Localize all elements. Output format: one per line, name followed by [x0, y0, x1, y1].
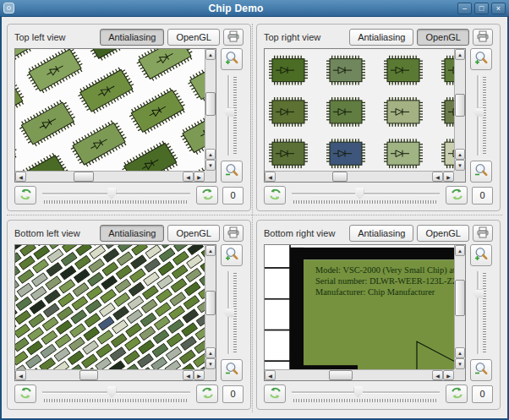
rotate-slider-handle[interactable] — [107, 188, 117, 199]
graphics-view[interactable]: ▲ ▲ ▼ ◀ ◀ ▶ — [264, 48, 466, 183]
rotate-slider-handle[interactable] — [355, 188, 364, 199]
close-button[interactable]: × — [491, 3, 506, 14]
titlebar[interactable]: Chip Demo – □ × — [0, 0, 509, 17]
print-button[interactable] — [473, 225, 493, 242]
scroll-up-button[interactable]: ▲ — [455, 49, 465, 60]
horizontal-scrollbar-thumb[interactable] — [74, 172, 94, 182]
rotate-left-button[interactable] — [14, 186, 36, 205]
scroll-left-button[interactable]: ◀ — [432, 370, 443, 380]
zoom-slider-handle[interactable] — [473, 289, 484, 298]
rotate-right-button[interactable] — [446, 186, 468, 205]
scroll-left-button[interactable]: ◀ — [432, 172, 443, 182]
graphics-view[interactable]: Model: VSC-2000 (Very Small Chip) at 9Se… — [264, 244, 466, 381]
antialiasing-button[interactable]: Antialiasing — [349, 225, 413, 242]
scroll-down-button[interactable]: ▼ — [455, 160, 465, 171]
antialiasing-button[interactable]: Antialiasing — [100, 225, 164, 242]
rotate-slider-handle[interactable] — [353, 386, 363, 398]
vertical-scrollbar-thumb[interactable] — [205, 92, 216, 116]
horizontal-scrollbar[interactable]: ◀ ◀ ▶ — [265, 171, 454, 182]
scroll-down-button[interactable]: ▼ — [455, 358, 465, 369]
scroll-left-button[interactable]: ◀ — [15, 370, 26, 380]
rotate-slider[interactable] — [41, 385, 192, 403]
opengl-button[interactable]: OpenGL — [417, 225, 469, 242]
chip-scene-canvas[interactable]: Model: VSC-2000 (Very Small Chip) at 9Se… — [265, 245, 454, 369]
vertical-scrollbar[interactable]: ▲ ▲ ▼ — [454, 245, 465, 369]
scroll-left-button[interactable]: ◀ — [15, 172, 26, 182]
rotate-slider[interactable] — [41, 186, 192, 205]
rotate-right-button[interactable] — [196, 385, 218, 403]
zoom-in-button[interactable] — [221, 244, 243, 266]
scroll-up-button[interactable]: ▲ — [205, 149, 216, 160]
zoom-out-button[interactable] — [470, 359, 492, 381]
rotate-left-button[interactable] — [14, 385, 36, 403]
scroll-right-button[interactable]: ▶ — [194, 172, 205, 182]
minimize-button[interactable]: – — [457, 3, 472, 14]
vertical-scrollbar-thumb[interactable] — [205, 291, 216, 315]
scroll-up-button[interactable]: ▲ — [455, 149, 465, 160]
zoom-in-button[interactable] — [470, 244, 492, 266]
chip-scene-canvas[interactable] — [15, 245, 205, 369]
scroll-down-button[interactable]: ▼ — [205, 160, 216, 171]
scroll-left-button[interactable]: ◀ — [183, 370, 194, 380]
opengl-button[interactable]: OpenGL — [167, 29, 220, 46]
scroll-right-button[interactable]: ▶ — [443, 370, 454, 380]
zoom-out-button[interactable] — [470, 161, 492, 183]
rotate-left-button[interactable] — [264, 186, 286, 205]
zoom-in-button[interactable] — [470, 48, 492, 70]
splitter-vertical[interactable] — [252, 24, 253, 412]
scroll-up-button[interactable]: ▲ — [205, 347, 216, 358]
zoom-slider-handle[interactable] — [223, 308, 234, 318]
horizontal-scrollbar-thumb[interactable] — [329, 370, 353, 380]
opengl-button[interactable]: OpenGL — [417, 29, 469, 46]
rotate-right-button[interactable] — [196, 186, 218, 205]
horizontal-scrollbar[interactable]: ◀ ◀ ▶ — [15, 171, 205, 182]
horizontal-scrollbar[interactable]: ◀ ◀ ▶ — [265, 369, 454, 380]
scroll-right-button[interactable]: ▶ — [443, 172, 454, 182]
opengl-button[interactable]: OpenGL — [167, 225, 220, 242]
scroll-up-button[interactable]: ▲ — [455, 245, 465, 256]
zoom-slider-handle[interactable] — [473, 107, 484, 117]
vertical-scrollbar-thumb[interactable] — [455, 280, 465, 316]
antialiasing-button[interactable]: Antialiasing — [349, 29, 413, 46]
zoom-slider[interactable] — [473, 74, 490, 157]
horizontal-scrollbar-thumb[interactable] — [79, 370, 98, 380]
horizontal-scrollbar-thumb[interactable] — [332, 172, 348, 182]
zoom-in-button[interactable] — [221, 48, 243, 70]
scroll-left-button[interactable]: ◀ — [265, 172, 276, 182]
window-menu-icon[interactable] — [3, 3, 14, 14]
horizontal-scrollbar[interactable]: ◀ ◀ ▶ — [15, 369, 205, 380]
print-button[interactable] — [223, 225, 244, 242]
rotate-slider[interactable] — [290, 186, 441, 205]
scroll-up-button[interactable]: ▲ — [205, 245, 216, 256]
rotate-right-button[interactable] — [446, 385, 468, 403]
vertical-scrollbar[interactable]: ▲ ▲ ▼ — [454, 49, 465, 171]
scroll-right-button[interactable]: ▶ — [194, 370, 205, 380]
print-button[interactable] — [223, 29, 244, 46]
scroll-left-button[interactable]: ◀ — [183, 172, 194, 182]
scroll-up-button[interactable]: ▲ — [205, 49, 216, 60]
zoom-slider[interactable] — [473, 270, 490, 356]
print-button[interactable] — [473, 29, 493, 46]
rotate-slider[interactable] — [290, 385, 441, 403]
rotate-left-button[interactable] — [264, 385, 286, 403]
vertical-scrollbar-thumb[interactable] — [455, 94, 465, 117]
chip-scene-canvas[interactable] — [265, 49, 454, 171]
graphics-view[interactable]: ▲ ▲ ▼ ◀ ◀ ▶ — [14, 244, 216, 381]
zoom-out-button[interactable] — [221, 161, 243, 183]
maximize-button[interactable]: □ — [474, 3, 489, 14]
zoom-slider[interactable] — [223, 270, 240, 356]
graphics-view[interactable]: ▲ ▲ ▼ ◀ ◀ ▶ — [14, 48, 216, 183]
chip-scene-canvas[interactable] — [15, 49, 205, 171]
scroll-left-button[interactable]: ◀ — [265, 370, 276, 380]
splitter-horizontal[interactable] — [7, 215, 502, 215]
rotate-left-icon — [19, 188, 33, 204]
scroll-up-button[interactable]: ▲ — [455, 347, 465, 358]
antialiasing-button[interactable]: Antialiasing — [100, 29, 164, 46]
rotate-slider-handle[interactable] — [107, 386, 117, 398]
zoom-slider[interactable] — [223, 74, 240, 157]
zoom-out-button[interactable] — [221, 359, 243, 381]
vertical-scrollbar[interactable]: ▲ ▲ ▼ — [205, 49, 216, 171]
scroll-down-button[interactable]: ▼ — [205, 358, 216, 369]
vertical-scrollbar[interactable]: ▲ ▲ ▼ — [205, 245, 216, 369]
zoom-slider-handle[interactable] — [223, 107, 234, 117]
